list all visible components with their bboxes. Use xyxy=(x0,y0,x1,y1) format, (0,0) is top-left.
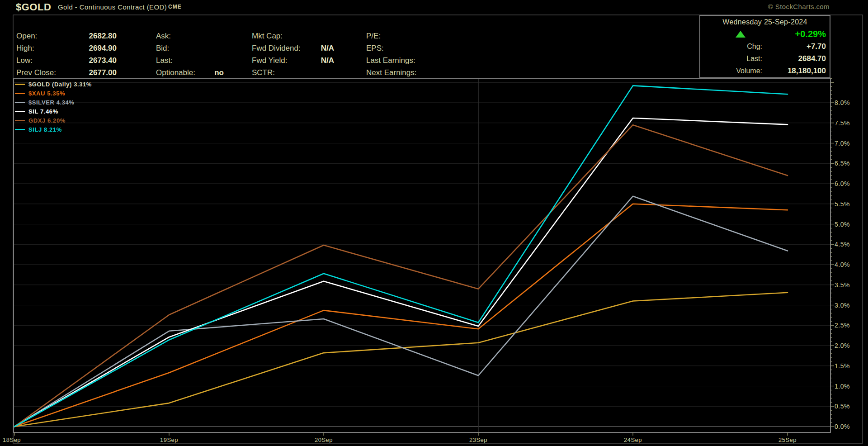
svg-text:20Sep: 20Sep xyxy=(315,437,333,443)
quote-row: Optionable:no xyxy=(156,66,224,79)
svg-text:18Sep: 18Sep xyxy=(3,437,21,443)
last-value: 2684.70 xyxy=(765,54,826,63)
quote-label: Last Earnings: xyxy=(366,56,415,65)
svg-text:4.5%: 4.5% xyxy=(835,241,850,248)
legend-item-silj: SILJ 8.21% xyxy=(15,125,92,134)
up-triangle-icon xyxy=(736,31,745,38)
change-row: Chg:+7.70 xyxy=(700,40,830,52)
quote-label: High: xyxy=(16,44,34,53)
quote-label: Optionable: xyxy=(156,68,195,77)
volume-row: Volume:18,180,100 xyxy=(700,65,830,77)
series-legend-label: $GOLD (Daily) 3.31% xyxy=(28,81,92,88)
quote-row: High:2694.90 xyxy=(16,42,117,54)
svg-text:7.5%: 7.5% xyxy=(835,119,850,127)
svg-text:1.5%: 1.5% xyxy=(835,362,850,370)
quote-value: no xyxy=(214,68,224,77)
svg-text:6.5%: 6.5% xyxy=(835,160,850,167)
quote-column-bid-ask: Ask: Bid: Last: Optionable:no xyxy=(156,30,224,79)
stockcharts-chart-window: 0.0%0.5%1.0%1.5%2.0%2.5%3.0%3.5%4.0%4.5%… xyxy=(0,0,868,446)
svg-text:8.0%: 8.0% xyxy=(835,99,850,106)
legend-item-sil: SIL 7.46% xyxy=(15,107,92,116)
legend-item-gold: $GOLD (Daily) 3.31% xyxy=(15,80,92,89)
quote-row: Fwd Yield:N/A xyxy=(252,54,334,66)
svg-text:0.0%: 0.0% xyxy=(835,423,850,430)
quote-label: SCTR: xyxy=(252,68,275,77)
quote-value: 2694.90 xyxy=(89,44,117,53)
quote-label: Fwd Yield: xyxy=(252,56,287,65)
quote-label: Mkt Cap: xyxy=(252,32,283,41)
quote-label: Low: xyxy=(16,56,33,65)
percent-change-row: +0.29% xyxy=(700,28,830,40)
svg-text:0.5%: 0.5% xyxy=(835,403,850,410)
quote-row: Fwd Dividend:N/A xyxy=(252,42,334,54)
quote-row: Next Earnings: xyxy=(366,66,475,79)
last-label: Last: xyxy=(704,55,765,63)
series-color-swatch xyxy=(15,129,25,130)
stockcharts-credit: © StockCharts.com xyxy=(768,3,830,10)
title-bar: $GOLD Gold - Continuous Contract (EOD) C… xyxy=(0,0,868,14)
svg-text:1.0%: 1.0% xyxy=(835,383,850,390)
series-legend-label: SILJ 8.21% xyxy=(28,126,62,133)
quote-column-earnings: P/E: EPS: Last Earnings: Next Earnings: xyxy=(366,30,475,79)
svg-text:7.0%: 7.0% xyxy=(835,140,850,147)
quote-row: Mkt Cap: xyxy=(252,30,334,42)
date-summary-box: Wednesday 25-Sep-2024 +0.29% Chg:+7.70 L… xyxy=(699,15,830,78)
legend-item-silver: $SILVER 4.34% xyxy=(15,98,92,107)
quote-row: Prev Close:2677.00 xyxy=(16,66,117,79)
svg-text:6.0%: 6.0% xyxy=(835,180,850,187)
date-label: Wednesday 25-Sep-2024 xyxy=(700,16,830,28)
quote-label: Next Earnings: xyxy=(366,68,417,77)
svg-text:2.0%: 2.0% xyxy=(835,342,850,349)
quote-row: Last Earnings: xyxy=(366,54,475,66)
page-title: $GOLD xyxy=(16,1,51,13)
symbol-description: Gold - Continuous Contract (EOD) xyxy=(58,3,167,11)
quote-label: P/E: xyxy=(366,32,381,41)
volume-value: 18,180,100 xyxy=(765,66,826,76)
svg-text:23Sep: 23Sep xyxy=(469,437,487,443)
svg-text:4.0%: 4.0% xyxy=(835,261,850,268)
series-legend-label: $XAU 5.35% xyxy=(28,90,65,97)
quote-label: Prev Close: xyxy=(16,68,56,77)
series-color-swatch xyxy=(15,102,25,103)
series-color-swatch xyxy=(15,84,25,85)
svg-text:24Sep: 24Sep xyxy=(624,437,642,443)
series-color-swatch xyxy=(15,93,25,94)
quote-value: 2682.80 xyxy=(89,32,117,41)
series-legend-label: $SILVER 4.34% xyxy=(28,99,75,106)
svg-text:19Sep: 19Sep xyxy=(160,437,178,443)
legend-item-xau: $XAU 5.35% xyxy=(15,89,92,98)
quote-value: 2673.40 xyxy=(89,56,117,65)
session-date: Wednesday 25-Sep-2024 xyxy=(722,18,807,26)
quote-row: P/E: xyxy=(366,30,475,42)
svg-text:25Sep: 25Sep xyxy=(778,437,797,443)
quote-label: Ask: xyxy=(156,32,171,41)
quote-label: Last: xyxy=(156,56,173,65)
svg-text:3.5%: 3.5% xyxy=(835,281,850,289)
quote-value: N/A xyxy=(321,44,334,53)
quote-row: SCTR: xyxy=(252,66,334,79)
last-row: Last:2684.70 xyxy=(700,52,830,65)
quote-label: Bid: xyxy=(156,44,169,53)
quote-row: EPS: xyxy=(366,42,475,54)
series-legend-label: SIL 7.46% xyxy=(28,108,58,115)
change-label: Chg: xyxy=(704,43,765,51)
volume-label: Volume: xyxy=(704,67,765,75)
change-value: +7.70 xyxy=(765,42,826,51)
series-legend-label: GDXJ 6.20% xyxy=(28,117,66,124)
exchange-label: CME xyxy=(168,4,182,10)
quote-row: Ask: xyxy=(156,30,224,42)
quote-value: N/A xyxy=(321,56,334,65)
series-color-swatch xyxy=(15,111,25,112)
quote-label: EPS: xyxy=(366,44,384,53)
legend-item-gdxj: GDXJ 6.20% xyxy=(15,116,92,125)
quote-row: Bid: xyxy=(156,42,224,54)
quote-row: Last: xyxy=(156,54,224,66)
series-color-swatch xyxy=(15,120,25,121)
chart-legend: $GOLD (Daily) 3.31% $XAU 5.35% $SILVER 4… xyxy=(15,80,92,134)
quote-label: Fwd Dividend: xyxy=(252,44,301,53)
svg-text:2.5%: 2.5% xyxy=(835,322,850,329)
quote-label: Open: xyxy=(16,32,37,41)
svg-text:3.0%: 3.0% xyxy=(835,302,850,309)
percent-change-value: +0.29% xyxy=(795,29,826,39)
quote-column-fundamentals: Mkt Cap: Fwd Dividend:N/A Fwd Yield:N/A … xyxy=(252,30,334,79)
